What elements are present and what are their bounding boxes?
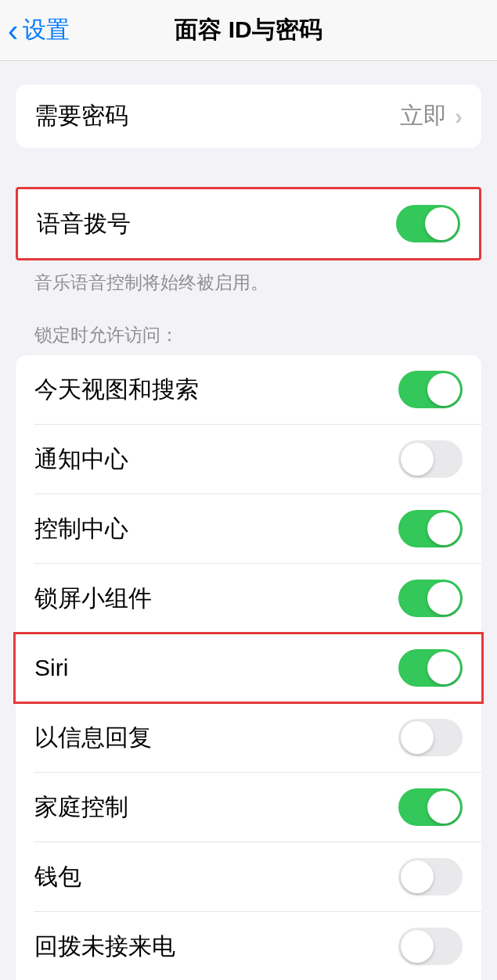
toggle-knob [401, 860, 434, 893]
toggle-knob [427, 512, 460, 545]
locked-access-header: 锁定时允许访问： [16, 323, 481, 355]
chevron-left-icon: ‹ [8, 15, 18, 46]
locked-access-row: 回拨未接来电 [16, 912, 481, 980]
locked-access-row: 通知中心 [16, 425, 481, 494]
voice-dial-row: 语音拨号 [18, 189, 479, 258]
toggle-knob [401, 443, 434, 476]
voice-dial-label: 语音拨号 [37, 208, 131, 240]
locked-access-row: 钱包 [16, 842, 481, 911]
back-label: 设置 [23, 14, 70, 46]
toggle-knob [427, 373, 460, 406]
require-passcode-row[interactable]: 需要密码 立即 › [16, 84, 481, 148]
locked-access-group: 今天视图和搜索通知中心控制中心锁屏小组件Siri以信息回复家庭控制钱包回拨未接来… [16, 355, 481, 980]
page-title: 面容 ID与密码 [175, 14, 322, 46]
locked-access-row: Siri [16, 634, 481, 702]
locked-access-label: 今天视图和搜索 [34, 374, 199, 406]
locked-access-toggle[interactable] [398, 440, 463, 478]
locked-access-toggle[interactable] [398, 649, 463, 687]
toggle-knob [427, 652, 460, 684]
locked-access-toggle[interactable] [398, 510, 463, 547]
voice-dial-group: 语音拨号 [16, 187, 481, 260]
locked-access-row: 锁屏小组件 [16, 564, 481, 633]
locked-access-toggle[interactable] [398, 719, 463, 756]
locked-access-label: 以信息回复 [34, 722, 152, 754]
voice-dial-toggle[interactable] [396, 205, 460, 242]
toggle-knob [427, 582, 460, 615]
require-passcode-value-text: 立即 [400, 100, 447, 132]
toggle-knob [401, 721, 434, 754]
locked-access-label: 控制中心 [34, 513, 128, 545]
toggle-knob [425, 207, 458, 240]
locked-access-row: 家庭控制 [16, 773, 481, 842]
locked-access-label: 回拨未接来电 [34, 931, 175, 963]
voice-dial-note: 音乐语音控制将始终被启用。 [16, 260, 481, 295]
chevron-right-icon: › [455, 103, 463, 130]
locked-access-row: 今天视图和搜索 [16, 355, 481, 424]
locked-access-label: 通知中心 [34, 443, 128, 476]
locked-access-row: 以信息回复 [16, 703, 481, 772]
require-passcode-value: 立即 › [400, 100, 463, 132]
locked-access-label: 家庭控制 [34, 792, 128, 824]
nav-header: ‹ 设置 面容 ID与密码 [0, 0, 497, 61]
locked-access-toggle[interactable] [398, 788, 463, 826]
toggle-knob [401, 930, 434, 963]
locked-access-label: 钱包 [34, 861, 81, 893]
locked-access-toggle[interactable] [398, 928, 463, 965]
require-passcode-label: 需要密码 [34, 100, 128, 132]
back-button[interactable]: ‹ 设置 [0, 14, 70, 46]
locked-access-toggle[interactable] [398, 580, 463, 617]
locked-access-toggle[interactable] [398, 858, 463, 896]
locked-access-label: Siri [34, 655, 68, 681]
locked-access-row: 控制中心 [16, 494, 481, 563]
toggle-knob [427, 791, 460, 824]
locked-access-label: 锁屏小组件 [34, 583, 152, 615]
require-passcode-group: 需要密码 立即 › [16, 84, 481, 148]
locked-access-toggle[interactable] [398, 371, 463, 408]
